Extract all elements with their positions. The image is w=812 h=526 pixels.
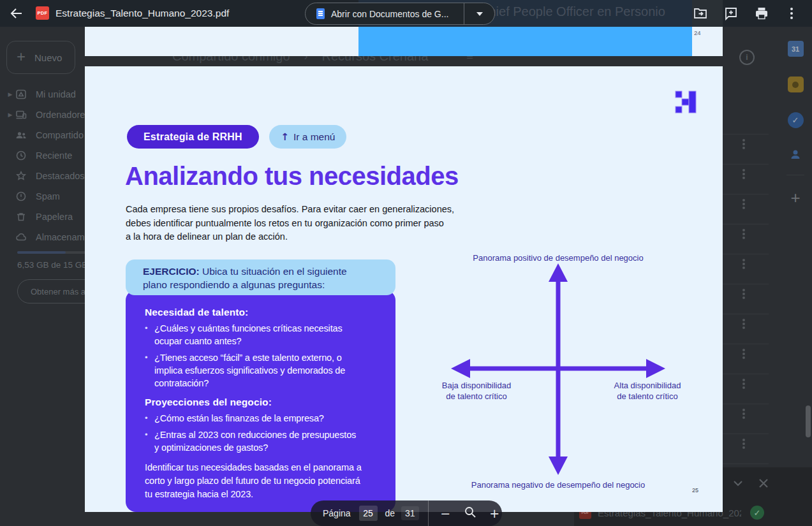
section-badge-label: Estrategia de RRHH	[144, 131, 242, 143]
page25-number: 25	[692, 487, 698, 493]
sidebar-label: Ordenadores	[36, 110, 85, 120]
of-label: de	[385, 508, 395, 518]
sidebar-item-shared[interactable]: Compartido conmigo	[0, 125, 85, 145]
screen: + Nuevo ▶ Mi unidad ▶ Ordenadores Compar…	[0, 0, 812, 526]
sidebar-item-recent[interactable]: Reciente	[0, 145, 85, 166]
questions-panel: Necesidad de talento: •¿Cuáles y cuántas…	[126, 290, 395, 512]
talent-heading: Necesidad de talento:	[145, 307, 385, 318]
expand-caret-icon[interactable]: ▶	[5, 91, 15, 98]
new-button-label: Nuevo	[34, 52, 62, 63]
intro-paragraph: Cada empresa tiene sus propios desafíos.…	[126, 203, 521, 244]
zoom-out-button[interactable]: −	[438, 506, 453, 520]
page24-footer-band	[358, 27, 692, 56]
more-options-icon[interactable]	[790, 8, 793, 10]
new-button[interactable]: + Nuevo	[6, 41, 75, 74]
row-menu-icon[interactable]	[742, 139, 745, 142]
close-icon[interactable]	[757, 476, 771, 490]
total-pages: 31	[401, 506, 419, 520]
calendar-icon[interactable]: 31	[788, 41, 804, 57]
sidebar-label: Almacenamiento	[36, 232, 85, 242]
chevron-down-icon[interactable]	[731, 476, 745, 490]
sidebar-item-trash[interactable]: Papelera	[0, 207, 85, 227]
logo-icon	[675, 91, 697, 113]
sidebar-label: Compartido conmigo	[36, 130, 85, 140]
list-item: •¿Cuáles y cuántas funciones críticas ne…	[145, 322, 385, 347]
shared-icon	[15, 129, 27, 141]
check-icon: ✓	[750, 506, 764, 520]
row-menu-icon[interactable]	[742, 229, 745, 231]
star-icon	[15, 170, 27, 182]
sidebar-label: Spam	[36, 191, 60, 201]
up-arrow-icon: ↑	[281, 131, 289, 143]
clock-icon	[15, 150, 27, 161]
side-panel-rail: 31 ✓ +	[786, 41, 805, 206]
print-icon[interactable]	[754, 6, 769, 21]
row-menu-icon[interactable]	[742, 169, 745, 172]
computers-icon	[15, 109, 27, 121]
pdf-viewer-toolbar: Chief People Officer en Personio PDF Est…	[0, 0, 812, 27]
get-addons-icon[interactable]: +	[790, 189, 800, 206]
ghost-page-heading: Chief People Officer en Personio	[480, 4, 665, 19]
sidebar-item-spam[interactable]: Spam	[0, 186, 85, 207]
document-title: Estrategias_Talento_Humano_2023.pdf	[55, 8, 229, 19]
quadrant-label-bottom: Panorama negativo de desempeño del negoc…	[452, 479, 665, 490]
page-controls: Página 25 de 31 − +	[311, 500, 502, 526]
section-badge: Estrategia de RRHH	[127, 125, 259, 149]
sidebar-label: Papelera	[36, 212, 73, 222]
row-menu-icon[interactable]	[742, 319, 745, 321]
list-item: •¿Entras al 2023 con reducciones de pres…	[145, 428, 385, 454]
go-to-menu-label: Ir a menú	[293, 131, 335, 143]
row-menu-icon[interactable]	[742, 439, 745, 441]
my-drive-icon	[15, 89, 27, 100]
row-menu-icon[interactable]	[742, 289, 745, 291]
row-menu-icon[interactable]	[742, 349, 745, 351]
docs-icon	[316, 8, 325, 19]
exercise-label: EJERCICIO:	[143, 266, 200, 277]
list-item: •¿Cómo están las finanzas de la empresa?	[145, 412, 385, 425]
info-icon[interactable]: i	[739, 50, 755, 65]
exercise-callout: EJERCICIO: Ubica tu situación en el sigu…	[126, 259, 395, 295]
cloud-icon	[15, 231, 27, 243]
go-to-menu-button[interactable]: ↑ Ir a menú	[269, 125, 346, 149]
zoom-in-button[interactable]: +	[487, 506, 502, 520]
sidebar-item-starred[interactable]: Destacados	[0, 166, 85, 186]
sidebar-item-my-drive[interactable]: ▶ Mi unidad	[0, 84, 85, 105]
row-menu-icon[interactable]	[742, 379, 745, 381]
add-comment-icon[interactable]	[723, 6, 739, 21]
quadrant-label-left: Baja disponibilidadde talento crítico	[425, 380, 528, 402]
dropdown-caret-icon[interactable]	[464, 12, 494, 16]
row-menu-icon[interactable]	[742, 259, 745, 261]
plus-icon: +	[17, 48, 26, 66]
sidebar-item-computers[interactable]: ▶ Ordenadores	[0, 105, 85, 125]
scrollbar-thumb[interactable]	[806, 405, 811, 437]
pdf-file-icon: PDF	[36, 6, 49, 20]
magnifier-icon[interactable]	[462, 506, 477, 521]
pager-divider	[428, 500, 429, 526]
current-page-input[interactable]: 25	[359, 506, 378, 521]
sidebar-item-storage[interactable]: Almacenamiento	[0, 227, 85, 247]
contacts-icon[interactable]	[788, 147, 802, 161]
add-to-drive-icon[interactable]	[693, 6, 708, 21]
row-menu-icon[interactable]	[742, 199, 745, 201]
open-with-button[interactable]: Abrir con Documentos de G...	[305, 3, 495, 25]
page24-number: 24	[694, 29, 701, 36]
quadrant-axes	[439, 258, 701, 485]
keep-icon[interactable]	[788, 77, 804, 92]
pdf-page-24: 24	[85, 27, 723, 56]
list-item: •¿Tienes acceso “fácil” a este talento e…	[145, 351, 385, 390]
tasks-icon[interactable]: ✓	[788, 112, 804, 128]
pdf-page-25: Estrategia de RRHH ↑ Ir a menú Analizand…	[85, 66, 723, 512]
back-icon[interactable]	[9, 6, 24, 21]
page-label: Página	[323, 508, 351, 518]
quadrant-label-right: Alta disponibilidadde talento crítico	[596, 380, 698, 402]
open-with-label: Abrir con Documentos de G...	[331, 9, 464, 19]
trash-icon	[15, 211, 27, 223]
sidebar-label: Reciente	[36, 150, 72, 161]
sidebar-label: Mi unidad	[36, 89, 76, 99]
page-title: Analizando tus necesidades	[125, 162, 459, 191]
storage-text: 6,53 GB de 15 GB	[17, 260, 87, 270]
spam-icon	[15, 191, 27, 202]
expand-caret-icon[interactable]: ▶	[5, 112, 15, 118]
business-heading: Proyecciones del negocio:	[145, 397, 385, 408]
row-menu-icon[interactable]	[742, 409, 745, 411]
